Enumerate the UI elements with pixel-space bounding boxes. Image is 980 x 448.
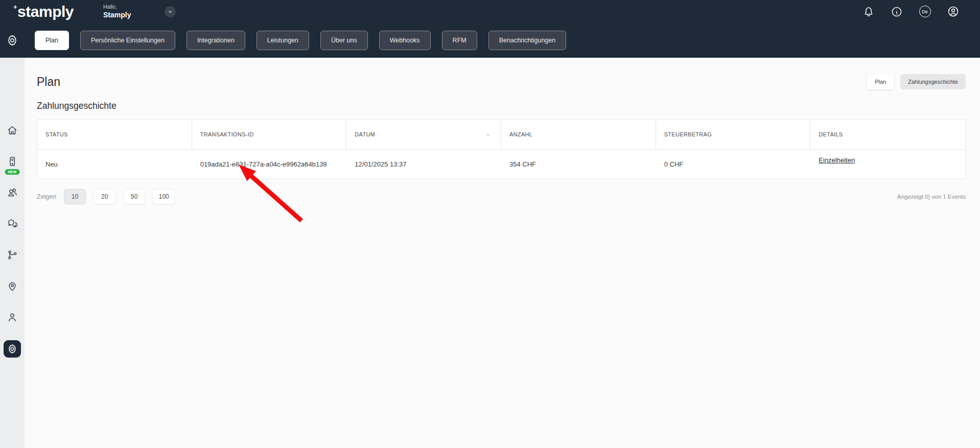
table-row: Neu 019ada21-e831-727a-a04c-e9962a64b139…: [37, 150, 965, 179]
logo-text: stamply: [17, 3, 74, 20]
info-icon: [891, 6, 903, 18]
sidebar-item-customers[interactable]: [4, 184, 20, 201]
greeting-label: Hallo,: [103, 4, 131, 11]
mobile-device-icon: [6, 155, 18, 168]
cell-status: Neu: [37, 150, 192, 179]
cell-transaction-id: 019ada21-e831-727a-a04c-e9962a64b139: [192, 150, 347, 179]
tab-ueber-uns[interactable]: Über uns: [320, 31, 368, 50]
column-header-details: DETAILS: [810, 120, 965, 149]
show-label: Zeigen: [37, 193, 56, 200]
sidebar-item-profile[interactable]: [4, 309, 20, 325]
sidebar-item-locations[interactable]: [4, 278, 20, 294]
cell-date: 12/01/2025 13:37: [346, 150, 501, 179]
sidebar-item-messages[interactable]: [4, 216, 20, 232]
user-circle-icon: [947, 5, 960, 18]
page-size-100-button[interactable]: 100: [153, 189, 175, 204]
page-title: Plan: [37, 75, 60, 89]
branch-icon: [6, 249, 18, 261]
info-button[interactable]: [890, 5, 903, 18]
page-size-50-button[interactable]: 50: [123, 189, 145, 204]
map-pin-icon: [6, 280, 18, 292]
main-content: Plan Plan Zahlungsgeschichte Zahlungsges…: [25, 58, 980, 448]
sidebar-item-settings[interactable]: [4, 340, 21, 358]
tab-leistungen[interactable]: Leistungen: [256, 31, 309, 50]
account-name: Stamply: [103, 10, 131, 19]
users-icon: [6, 186, 18, 199]
column-header-anzahl: ANZAHL: [501, 120, 656, 149]
subnav-tabs: Plan Persönliche Einstellungen Integrati…: [35, 31, 566, 50]
cell-amount: 354 CHF: [501, 150, 656, 179]
column-header-datum: DATUM: [346, 120, 501, 149]
section-title: Zahlungsgeschichte: [37, 101, 966, 111]
page-size-20-button[interactable]: 20: [94, 189, 115, 204]
pagination: Zeigen 10 20 50 100 Angezeigt 0} von 1 E…: [37, 189, 966, 204]
column-header-transaktions-id: TRANSAKTIONS-ID: [192, 120, 347, 149]
chevron-down-icon: [167, 9, 173, 15]
payment-history-table: STATUS TRANSAKTIONS-ID DATUM ANZAHL STEU…: [37, 119, 966, 179]
sort-chevron-icon[interactable]: [484, 130, 493, 139]
account-dropdown-button[interactable]: [165, 6, 176, 17]
details-link[interactable]: Einzelheiten: [819, 156, 855, 164]
tab-rfm[interactable]: RFM: [442, 31, 477, 50]
view-toggle: Plan Zahlungsgeschichte: [867, 74, 966, 89]
home-icon: [6, 124, 18, 136]
sidebar-item-loyalty-cards[interactable]: NEW: [4, 153, 20, 170]
tab-plan[interactable]: Plan: [35, 31, 69, 50]
sidebar-item-integrations[interactable]: [4, 247, 20, 263]
tab-benachrichtigungen[interactable]: Benachrichtigungen: [488, 31, 567, 50]
tab-integrationen[interactable]: Integrationen: [186, 31, 245, 50]
toggle-zahlungsgeschichte-button[interactable]: Zahlungsgeschichte: [900, 74, 966, 89]
app-logo[interactable]: +stamply: [13, 3, 74, 20]
column-header-status: STATUS: [37, 120, 192, 149]
logo-plus-icon: +: [13, 3, 17, 11]
toggle-plan-button[interactable]: Plan: [867, 74, 894, 89]
tab-webhooks[interactable]: Webhooks: [379, 31, 431, 50]
page-size-10-button[interactable]: 10: [64, 189, 86, 204]
sidebar: NEW: [0, 58, 25, 448]
new-badge: NEW: [5, 169, 20, 175]
language-button[interactable]: De: [918, 5, 931, 18]
language-badge: De: [919, 6, 931, 17]
tab-persoenliche-einstellungen[interactable]: Persönliche Einstellungen: [80, 31, 175, 50]
topbar-actions: De: [862, 5, 960, 18]
gear-icon: [7, 343, 18, 355]
gear-icon: [5, 34, 19, 47]
sidebar-item-home[interactable]: [4, 122, 20, 138]
person-icon: [6, 311, 18, 323]
table-header-row: STATUS TRANSAKTIONS-ID DATUM ANZAHL STEU…: [37, 120, 965, 150]
cell-tax: 0 CHF: [656, 150, 811, 179]
notifications-button[interactable]: [862, 5, 875, 18]
account-greeting: Hallo, Stamply: [103, 4, 131, 20]
column-header-steuerbetrag: STEUERBETRAG: [656, 120, 811, 149]
chat-bubbles-icon: [6, 218, 18, 230]
topbar: +stamply Hallo, Stamply De: [0, 0, 980, 23]
bell-icon: [862, 6, 875, 18]
profile-button[interactable]: [946, 5, 960, 18]
results-summary: Angezeigt 0} von 1 Events: [897, 194, 966, 200]
settings-subnav: Plan Persönliche Einstellungen Integrati…: [0, 23, 980, 58]
